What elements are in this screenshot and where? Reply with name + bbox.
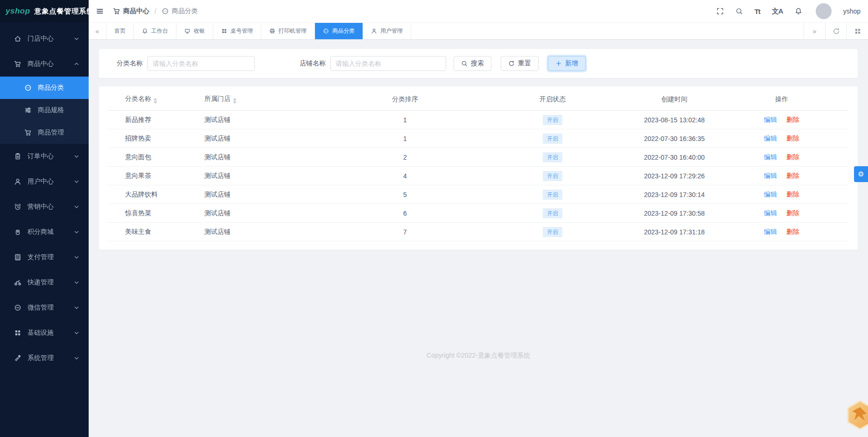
sidebar-item-product-spec[interactable]: 商品规格	[0, 99, 89, 121]
add-button[interactable]: 新增	[548, 56, 586, 71]
delete-link[interactable]: 删除	[786, 209, 799, 217]
cell-category-name: 惊喜热菜	[125, 209, 204, 218]
cell-sort: 4	[326, 172, 484, 180]
tab-product-category[interactable]: 商品分类	[315, 23, 363, 39]
tabs-refresh-icon[interactable]	[825, 23, 847, 39]
sidebar-item-wechat-manage[interactable]: 微信管理	[0, 295, 89, 320]
hexagon-bird-badge[interactable]	[845, 400, 868, 430]
cell-sort: 5	[326, 191, 484, 198]
cell-created: 2023-12-09 17:31:18	[621, 228, 728, 236]
edit-link[interactable]: 编辑	[764, 190, 777, 198]
sidebar-item-express-manage[interactable]: 快递管理	[0, 270, 89, 295]
settings-fab[interactable]: ⚙	[854, 166, 868, 182]
sidebar-item-label: 系统管理	[28, 354, 73, 362]
tab-label: 用户管理	[380, 27, 403, 35]
table-row: 美味主食 测试店铺 7 开启 2023-12-09 17:31:18 编辑删除	[108, 223, 848, 241]
tabs-scroll-left-icon[interactable]: «	[89, 23, 106, 39]
breadcrumb-parent[interactable]: 商品中心	[113, 7, 149, 15]
delete-link[interactable]: 删除	[786, 228, 799, 235]
chevron-down-icon	[73, 228, 80, 236]
store-filter-group: 店铺名称	[300, 56, 446, 71]
delete-link[interactable]: 删除	[786, 172, 799, 179]
edit-link[interactable]: 编辑	[764, 209, 777, 217]
table-row: 意向面包 测试店铺 2 开启 2022-07-30 16:40:00 编辑删除	[108, 148, 848, 167]
store-name-label: 店铺名称	[300, 59, 326, 68]
cell-created: 2023-12-09 17:30:58	[621, 210, 728, 217]
sidebar-item-infrastructure[interactable]: 基础设施	[0, 320, 89, 345]
cell-actions: 编辑删除	[728, 116, 835, 124]
sidebar-item-product-manage[interactable]: 商品管理	[0, 121, 89, 144]
delete-link[interactable]: 删除	[786, 134, 799, 142]
sidebar-item-marketing-center[interactable]: 营销中心	[0, 194, 89, 219]
cell-store: 测试店铺	[204, 228, 326, 236]
edit-link[interactable]: 编辑	[764, 134, 777, 142]
tabs-options-grid-icon[interactable]	[847, 23, 868, 39]
chevron-down-icon	[73, 354, 80, 362]
status-badge[interactable]: 开启	[543, 115, 562, 125]
sidebar-item-label: 商品分类	[38, 84, 64, 92]
sort-icon[interactable]	[233, 98, 237, 104]
sort-icon[interactable]	[154, 98, 157, 104]
sidebar-item-points-mall[interactable]: 积分商城	[0, 219, 89, 245]
tabs-scroll-right-icon[interactable]: »	[804, 23, 825, 39]
chevron-down-icon	[73, 304, 80, 311]
status-badge[interactable]: 开启	[543, 171, 562, 181]
category-name-input[interactable]	[147, 56, 255, 71]
sidebar-item-order-center[interactable]: 订单中心	[0, 144, 89, 169]
status-badge[interactable]: 开启	[543, 190, 562, 200]
breadcrumb-parent-label: 商品中心	[123, 7, 149, 15]
status-badge[interactable]: 开启	[543, 152, 562, 162]
category-filter-group: 分类名称	[117, 56, 255, 71]
avatar[interactable]	[816, 3, 832, 19]
edit-link[interactable]: 编辑	[764, 172, 777, 179]
delete-link[interactable]: 删除	[786, 190, 799, 198]
status-badge[interactable]: 开启	[543, 227, 562, 237]
product-center-submenu: 商品分类 商品规格 商品管理	[0, 77, 89, 144]
tab-cashier[interactable]: 收银	[176, 23, 213, 39]
sidebar-item-system-manage[interactable]: 系统管理	[0, 345, 89, 371]
sidebar-item-payment-manage[interactable]: 支付管理	[0, 245, 89, 270]
status-badge[interactable]: 开启	[543, 208, 562, 218]
comment-icon	[161, 7, 169, 15]
logo-bar[interactable]: yshop 意象点餐管理系统	[0, 0, 89, 22]
sidebar-item-product-center[interactable]: 商品中心	[0, 51, 89, 77]
hamburger-icon[interactable]	[96, 7, 104, 15]
sidebar-item-store-center[interactable]: 门店中心	[0, 26, 89, 51]
username[interactable]: yshop	[843, 7, 861, 15]
edit-link[interactable]: 编辑	[764, 228, 777, 235]
delete-link[interactable]: 删除	[786, 153, 799, 161]
add-button-label: 新增	[565, 59, 578, 68]
store-name-input[interactable]	[330, 56, 446, 71]
search-icon[interactable]	[735, 7, 743, 15]
cart-icon	[113, 7, 120, 15]
cell-created: 2023-12-09 17:30:14	[621, 191, 728, 198]
copyright-footer: Copyright ©2022-意象点餐管理系统	[99, 352, 858, 360]
search-button[interactable]: 搜索	[454, 56, 491, 71]
status-badge[interactable]: 开启	[543, 134, 562, 144]
bike-icon	[14, 279, 21, 286]
breadcrumb-current-label: 商品分类	[172, 7, 198, 15]
user-icon	[371, 28, 377, 34]
tab-workbench[interactable]: 工作台	[134, 23, 176, 39]
breadcrumb-separator: /	[154, 7, 156, 15]
column-header-status: 开启状态	[484, 95, 621, 104]
reset-button-label: 重置	[518, 59, 531, 68]
sidebar-item-user-center[interactable]: 用户中心	[0, 169, 89, 194]
sidebar-item-label: 商品规格	[38, 106, 64, 114]
grid-icon	[221, 28, 227, 34]
edit-link[interactable]: 编辑	[764, 116, 777, 123]
tab-printer-manage[interactable]: 打印机管理	[261, 23, 315, 39]
tab-home[interactable]: 首页	[106, 23, 134, 39]
edit-link[interactable]: 编辑	[764, 153, 777, 161]
cell-status: 开启	[484, 115, 621, 125]
reset-button[interactable]: 重置	[501, 56, 539, 71]
tab-label: 桌号管理	[231, 27, 253, 35]
font-size-icon[interactable]: Tt	[755, 7, 760, 15]
translate-icon[interactable]: 文A	[772, 7, 783, 16]
bell-icon[interactable]	[795, 7, 802, 15]
tab-table-manage[interactable]: 桌号管理	[213, 23, 261, 39]
sidebar-item-product-category[interactable]: 商品分类	[0, 77, 89, 99]
tab-user-manage[interactable]: 用户管理	[363, 23, 411, 39]
fullscreen-icon[interactable]	[716, 7, 724, 15]
delete-link[interactable]: 删除	[786, 116, 799, 123]
